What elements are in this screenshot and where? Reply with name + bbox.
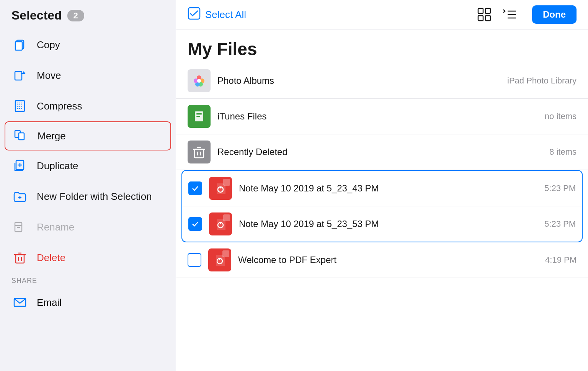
recently-deleted-name: Recently Deleted <box>217 147 542 157</box>
sidebar-item-delete[interactable]: Delete <box>0 242 176 273</box>
note2-pdf-icon <box>209 212 232 235</box>
select-all-checkbox-icon <box>188 7 201 23</box>
sidebar-item-copy[interactable]: Copy <box>0 29 176 60</box>
duplicate-icon <box>11 157 28 174</box>
delete-label: Delete <box>37 252 65 264</box>
move-label: Move <box>37 70 61 82</box>
copy-icon <box>11 36 28 53</box>
file-row-note2[interactable]: Note May 10 2019 at 5_23_53 PM 5:23 PM <box>182 206 582 242</box>
note1-meta: 5:23 PM <box>544 183 576 193</box>
note1-checkbox[interactable] <box>188 181 202 195</box>
sidebar-menu: Copy Move Compr <box>0 29 176 371</box>
share-section: SHARE <box>0 273 176 287</box>
itunes-files-name: iTunes Files <box>217 111 538 122</box>
select-all-button[interactable]: Select All <box>188 7 246 23</box>
sidebar-item-email[interactable]: Email <box>0 287 176 318</box>
svg-rect-42 <box>194 149 204 158</box>
note2-name: Note May 10 2019 at 5_23_53 PM <box>239 219 537 229</box>
itunes-icon <box>188 105 211 128</box>
folder-row-recently-deleted[interactable]: Recently Deleted 8 items <box>176 134 588 170</box>
selected-count-badge: 2 <box>67 10 84 21</box>
sidebar-item-move[interactable]: Move <box>0 60 176 91</box>
toolbar: Select All Done <box>176 0 588 29</box>
merge-icon <box>12 127 29 144</box>
svg-rect-26 <box>485 8 490 13</box>
note2-meta: 5:23 PM <box>544 219 576 229</box>
main-content: Select All Done <box>176 0 588 371</box>
file-list: Photo Albums iPad Photo Library iTunes F… <box>176 63 588 371</box>
compress-icon <box>11 98 28 114</box>
file-list-header: My Files <box>176 29 588 63</box>
compress-label: Compress <box>37 100 82 112</box>
welcome-checkbox[interactable] <box>188 253 201 267</box>
delete-icon <box>11 249 28 266</box>
done-button[interactable]: Done <box>532 5 577 24</box>
email-label: Email <box>37 297 62 309</box>
select-all-label: Select All <box>205 9 246 21</box>
svg-rect-2 <box>15 72 22 80</box>
svg-rect-9 <box>19 133 24 140</box>
selected-label: Selected <box>11 8 62 23</box>
sidebar-item-merge[interactable]: Merge <box>5 121 171 150</box>
itunes-files-meta: no items <box>545 111 577 121</box>
photo-albums-meta: iPad Photo Library <box>507 76 577 86</box>
grid-view-button[interactable] <box>477 7 492 22</box>
merge-label: Merge <box>38 130 66 142</box>
svg-rect-39 <box>196 113 202 114</box>
email-icon <box>11 294 28 311</box>
recently-deleted-icon <box>188 141 211 163</box>
photo-albums-name: Photo Albums <box>217 75 500 86</box>
welcome-pdf-icon <box>208 248 231 271</box>
svg-point-37 <box>197 79 201 83</box>
svg-rect-27 <box>478 16 483 21</box>
new-folder-label: New Folder with Selection <box>37 191 152 203</box>
file-row-welcome[interactable]: Welcome to PDF Expert 4:19 PM <box>176 242 588 278</box>
rename-icon <box>11 219 28 235</box>
sidebar-header: Selected 2 <box>0 0 176 29</box>
file-row-note1[interactable]: Note May 10 2019 at 5_23_43 PM 5:23 PM <box>182 171 582 206</box>
sidebar-item-duplicate[interactable]: Duplicate <box>0 150 176 181</box>
svg-rect-40 <box>196 114 202 115</box>
page-title: My Files <box>188 39 577 59</box>
selected-files-group: Note May 10 2019 at 5_23_43 PM 5:23 PM <box>181 170 583 242</box>
folder-row-photo-albums[interactable]: Photo Albums iPad Photo Library <box>176 63 588 99</box>
share-section-label: SHARE <box>11 277 37 284</box>
note2-checkbox[interactable] <box>188 217 202 231</box>
sidebar-item-rename[interactable]: Rename <box>0 212 176 242</box>
rename-label: Rename <box>37 221 74 233</box>
copy-label: Copy <box>37 39 60 51</box>
svg-rect-28 <box>485 16 490 21</box>
sidebar-item-new-folder[interactable]: New Folder with Selection <box>0 181 176 212</box>
svg-rect-18 <box>16 255 24 263</box>
svg-rect-24 <box>188 8 200 19</box>
list-view-button[interactable] <box>502 7 517 22</box>
duplicate-label: Duplicate <box>37 160 78 172</box>
photo-albums-icon <box>188 69 211 92</box>
welcome-name: Welcome to PDF Expert <box>238 255 538 265</box>
svg-rect-41 <box>196 116 200 117</box>
sidebar-item-compress[interactable]: Compress <box>0 91 176 121</box>
note1-name: Note May 10 2019 at 5_23_43 PM <box>239 183 537 194</box>
svg-rect-3 <box>15 101 24 111</box>
sidebar: Selected 2 Copy Move <box>0 0 176 371</box>
note1-pdf-icon <box>209 177 232 200</box>
new-folder-icon <box>11 188 28 205</box>
svg-rect-25 <box>478 8 483 13</box>
move-icon <box>11 67 28 84</box>
folder-row-itunes-files[interactable]: iTunes Files no items <box>176 99 588 134</box>
recently-deleted-meta: 8 items <box>549 147 577 157</box>
welcome-meta: 4:19 PM <box>545 255 577 265</box>
toolbar-view-icons <box>477 7 517 22</box>
svg-rect-1 <box>15 42 22 50</box>
